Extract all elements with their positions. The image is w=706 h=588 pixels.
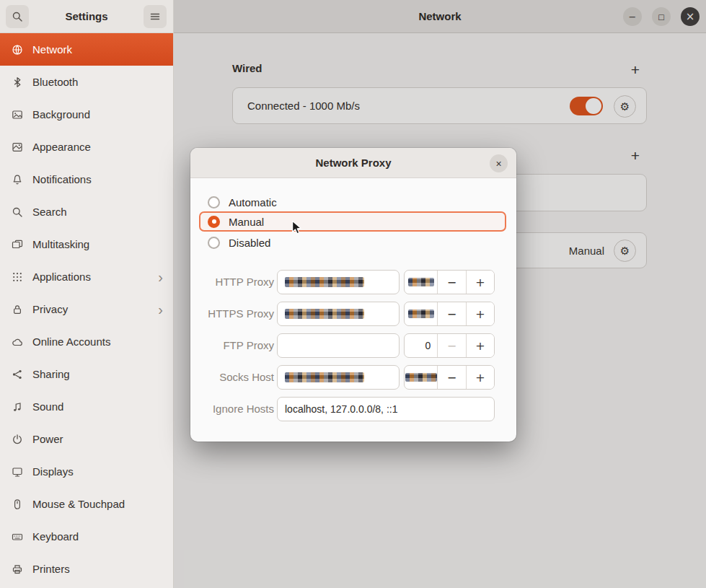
ftp-proxy-port-spinbutton: 0 − + — [404, 333, 495, 358]
ftp-proxy-host-input[interactable] — [277, 333, 400, 358]
sidebar-item-search[interactable]: Search — [0, 196, 173, 228]
appearance-icon — [12, 141, 23, 153]
socks-port-decrement-button[interactable]: − — [437, 366, 465, 389]
redacted-host-value — [285, 309, 364, 319]
ftp-port-increment-button[interactable]: + — [466, 334, 494, 357]
redacted-port-value — [408, 310, 434, 318]
sidebar-item-label: Sharing — [32, 368, 70, 380]
radio-unselected-icon — [208, 237, 220, 249]
sidebar-item-privacy[interactable]: Privacy › — [0, 293, 173, 325]
ignore-hosts-label: Ignore Hosts — [190, 397, 274, 421]
ignore-hosts-input[interactable] — [277, 397, 495, 421]
sidebar-item-label: Displays — [32, 465, 74, 478]
radio-selected-icon — [208, 216, 220, 228]
sidebar-item-label: Network — [32, 43, 72, 56]
socks-port-value[interactable] — [405, 366, 437, 389]
radio-label: Disabled — [229, 237, 270, 249]
socks-host-row: Socks Host − + — [190, 365, 516, 390]
socks-host-label: Socks Host — [190, 365, 274, 390]
sidebar-item-displays[interactable]: Displays — [0, 455, 173, 488]
proxy-option-automatic[interactable]: Automatic — [199, 192, 506, 212]
sidebar-list: Network Bluetooth Background Appearance … — [0, 33, 173, 585]
socks-port-spinbutton: − + — [404, 365, 495, 390]
sidebar-item-power[interactable]: Power — [0, 423, 173, 455]
hamburger-menu-icon — [149, 11, 161, 22]
ftp-port-decrement-button[interactable]: − — [437, 334, 465, 357]
sidebar-item-label: Search — [32, 206, 67, 218]
http-proxy-port-spinbutton: − + — [404, 270, 495, 294]
ftp-proxy-port-value[interactable]: 0 — [405, 334, 437, 357]
ignore-hosts-row: Ignore Hosts — [190, 397, 516, 421]
background-icon — [12, 109, 23, 120]
sidebar-item-network[interactable]: Network — [0, 33, 173, 66]
dialog-title: Network Proxy — [190, 148, 516, 177]
http-proxy-port-value[interactable] — [405, 271, 437, 294]
radio-unselected-icon — [208, 196, 220, 209]
https-proxy-row: HTTPS Proxy − + — [190, 302, 516, 326]
sidebar-item-sharing[interactable]: Sharing — [0, 358, 173, 390]
sidebar-item-appearance[interactable]: Appearance — [0, 131, 173, 163]
monitor-icon — [12, 466, 23, 478]
http-port-increment-button[interactable]: + — [466, 271, 494, 294]
radio-label: Manual — [229, 216, 264, 228]
cloud-icon — [12, 336, 23, 348]
search-icon — [12, 206, 23, 218]
sidebar-item-applications[interactable]: Applications › — [0, 260, 173, 293]
http-proxy-label: HTTP Proxy — [190, 270, 274, 294]
sidebar-item-mouse-touchpad[interactable]: Mouse & Touchpad — [0, 488, 173, 520]
http-port-decrement-button[interactable]: − — [437, 271, 465, 294]
socks-host-input[interactable] — [277, 365, 400, 390]
sidebar: Settings Network Bluetooth Background — [0, 0, 174, 588]
https-port-increment-button[interactable]: + — [466, 302, 494, 325]
redacted-host-value — [285, 372, 364, 382]
redacted-port-value — [408, 278, 434, 286]
power-icon — [12, 434, 23, 445]
redacted-host-value — [285, 277, 364, 287]
radio-label: Automatic — [229, 196, 277, 209]
sidebar-item-sound[interactable]: Sound — [0, 390, 173, 423]
sidebar-item-label: Printers — [32, 563, 70, 575]
share-icon — [12, 369, 23, 380]
https-proxy-host-input[interactable] — [277, 302, 400, 326]
sidebar-item-printers[interactable]: Printers — [0, 553, 173, 585]
dialog-close-button[interactable]: × — [490, 154, 508, 172]
proxy-option-manual[interactable]: Manual — [199, 211, 506, 232]
https-port-decrement-button[interactable]: − — [437, 302, 465, 325]
menu-button[interactable] — [144, 5, 167, 28]
sidebar-item-label: Power — [32, 433, 63, 445]
bell-icon — [12, 174, 23, 185]
mouse-icon — [12, 499, 23, 510]
chevron-right-icon: › — [158, 302, 163, 317]
app-grid-icon — [12, 271, 23, 283]
music-note-icon — [12, 401, 23, 413]
dialog-titlebar: Network Proxy × — [190, 148, 516, 178]
proxy-option-disabled[interactable]: Disabled — [199, 232, 506, 253]
sidebar-item-label: Online Accounts — [32, 335, 110, 348]
settings-window: Settings Network Bluetooth Background — [0, 0, 706, 588]
network-proxy-dialog: Network Proxy × Automatic Manual Disable… — [190, 148, 516, 442]
sidebar-item-label: Appearance — [32, 141, 91, 153]
chevron-right-icon: › — [158, 270, 163, 284]
sidebar-item-background[interactable]: Background — [0, 98, 173, 131]
sidebar-item-keyboard[interactable]: Keyboard — [0, 520, 173, 553]
socks-port-increment-button[interactable]: + — [466, 366, 494, 389]
sidebar-item-label: Privacy — [32, 303, 68, 315]
sidebar-header: Settings — [0, 0, 173, 33]
sidebar-item-bluetooth[interactable]: Bluetooth — [0, 66, 173, 98]
sidebar-item-notifications[interactable]: Notifications — [0, 163, 173, 196]
sidebar-item-multitasking[interactable]: Multitasking — [0, 228, 173, 260]
sidebar-item-label: Bluetooth — [32, 76, 78, 88]
windows-icon — [12, 239, 23, 250]
search-button[interactable] — [6, 5, 29, 28]
https-proxy-port-value[interactable] — [405, 302, 437, 325]
sidebar-item-label: Multitasking — [32, 238, 89, 250]
sidebar-item-label: Keyboard — [32, 530, 79, 543]
sidebar-item-online-accounts[interactable]: Online Accounts — [0, 325, 173, 358]
sidebar-item-label: Background — [32, 108, 90, 120]
sidebar-item-label: Sound — [32, 400, 63, 413]
lock-icon — [12, 304, 23, 315]
sidebar-item-label: Notifications — [32, 173, 92, 185]
http-proxy-host-input[interactable] — [277, 270, 400, 294]
https-proxy-port-spinbutton: − + — [404, 302, 495, 326]
ftp-proxy-row: FTP Proxy 0 − + — [190, 333, 516, 358]
